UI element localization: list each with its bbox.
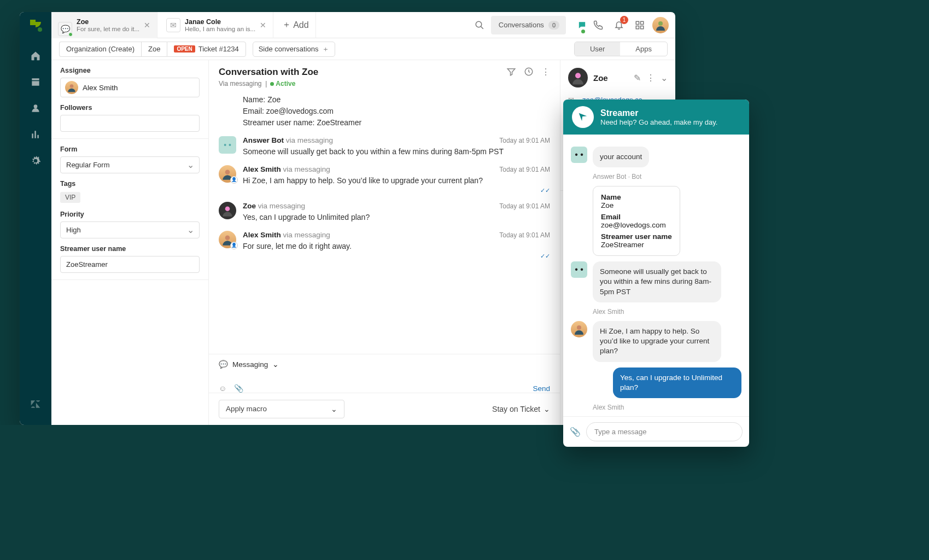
add-tab-button[interactable]: ＋Add	[276, 12, 315, 38]
avatar	[571, 321, 587, 337]
conversations-count: 0	[548, 21, 559, 30]
status-open-tag: OPEN	[174, 45, 195, 52]
product-logo	[30, 20, 41, 31]
ticket-fields-panel: Assignee Alex Smith Followers Form ⌄ Tag…	[51, 60, 209, 425]
nav-home-icon[interactable]	[25, 45, 46, 67]
topbar: 💬 ZoeFor sure, let me do it... ✕ ✉ Janae…	[51, 12, 675, 38]
avatar: 👤	[219, 231, 236, 248]
conversations-pill[interactable]: Conversations0	[491, 16, 566, 34]
streamer-username-input[interactable]	[60, 256, 200, 273]
info-card: NameZoe Emailzoe@lovedogs.com Streamer u…	[593, 186, 680, 256]
agent-badge-icon: 👤	[230, 242, 238, 249]
more-vert-icon[interactable]: ⋮	[541, 67, 550, 77]
search-icon[interactable]	[470, 16, 489, 34]
composer: 💬 Messaging ⌄ ☺ 📎 Send	[209, 354, 560, 393]
chat-widget: StreamerNeed help? Go ahead, make my day…	[563, 100, 749, 425]
composer-mode-label[interactable]: Messaging	[232, 360, 268, 369]
widget-header: StreamerNeed help? Go ahead, make my day…	[563, 100, 749, 135]
sender-label: Answer Bot · Bot	[593, 173, 741, 180]
history-icon[interactable]	[524, 67, 534, 77]
tab-zoe[interactable]: 💬 ZoeFor sure, let me do it... ✕	[51, 12, 157, 38]
chevron-down-icon: ⌄	[331, 405, 337, 413]
avatar	[568, 68, 588, 88]
emoji-icon[interactable]: ☺	[219, 384, 226, 393]
tab-user[interactable]: User	[575, 42, 620, 56]
message: 👤 Alex Smith via messagingToday at 9:01 …	[219, 165, 550, 195]
send-button[interactable]: Send	[533, 384, 550, 393]
apps-grid-icon[interactable]	[630, 16, 649, 34]
attach-icon[interactable]: 📎	[234, 384, 243, 393]
assignee-select[interactable]: Alex Smith	[60, 78, 200, 97]
chat-bubble-icon: 💬	[58, 22, 72, 36]
tab-janae[interactable]: ✉ Janae ColeHello, I am having an is... …	[160, 12, 273, 38]
nav-customers-icon[interactable]	[25, 97, 46, 119]
chevron-down-icon[interactable]: ⌄	[661, 73, 668, 83]
side-conv-label: Side conversations	[259, 45, 319, 53]
plus-icon: ＋	[322, 44, 329, 54]
phone-icon[interactable]	[589, 16, 607, 34]
widget-logo-icon	[572, 106, 594, 128]
close-icon[interactable]: ✕	[144, 21, 150, 30]
submit-dropdown[interactable]: Stay on Ticket⌄	[492, 400, 550, 418]
filter-icon[interactable]	[506, 67, 516, 77]
nav-views-icon[interactable]	[25, 71, 46, 93]
system-info-card: Name: Zoe Email: zoe@lovedogs.com Stream…	[243, 94, 550, 129]
chevron-down-icon[interactable]: ⌄	[272, 360, 279, 369]
read-checks-icon: ✓✓	[243, 253, 550, 260]
svg-point-9	[225, 207, 230, 212]
form-select[interactable]	[60, 156, 200, 173]
priority-label: Priority	[60, 211, 200, 218]
nav-admin-icon[interactable]	[25, 150, 46, 172]
crumb-ticket[interactable]: OPENTicket #1234	[167, 42, 246, 57]
message: Zoe via messagingToday at 9:01 AM Yes, c…	[219, 202, 550, 223]
tags-label: Tags	[60, 180, 200, 188]
svg-point-12	[577, 325, 581, 330]
more-vert-icon[interactable]: ⋮	[646, 73, 655, 83]
nav-reports-icon[interactable]	[25, 124, 46, 145]
assignee-label: Assignee	[60, 67, 200, 74]
chevron-down-icon: ⌄	[544, 405, 550, 413]
notif-badge: 1	[620, 16, 628, 24]
notifications-icon[interactable]: 1	[610, 16, 628, 34]
message: • • Answer Bot via messagingToday at 9:0…	[219, 136, 550, 158]
custom-field-label: Streamer user name	[60, 245, 200, 253]
svg-rect-2	[641, 21, 644, 24]
svg-point-10	[225, 235, 230, 240]
message: 👤 Alex Smith via messagingToday at 9:01 …	[219, 231, 550, 260]
followers-label: Followers	[60, 104, 200, 112]
tab-title: Zoe	[77, 18, 139, 26]
agent-badge-icon: 👤	[230, 176, 238, 184]
conversations-label: Conversations	[499, 21, 544, 29]
svg-point-8	[225, 170, 230, 174]
bot-avatar-icon: • •	[571, 147, 587, 163]
crumb-user[interactable]: Zoe	[141, 42, 167, 57]
svg-point-11	[575, 73, 581, 78]
svg-rect-3	[636, 26, 639, 28]
followers-input[interactable]	[60, 115, 200, 132]
svg-rect-4	[641, 26, 644, 28]
form-label: Form	[60, 145, 200, 153]
chat-bubble: your account	[593, 147, 649, 167]
svg-point-5	[658, 21, 663, 26]
conversation-panel: Conversation with Zoe Via messaging |Act…	[209, 60, 560, 425]
side-conversations-pill[interactable]: Side conversations＋	[253, 42, 335, 57]
active-dot-icon	[270, 82, 274, 86]
widget-message-input[interactable]: Type a message	[586, 422, 743, 425]
read-checks-icon: ✓✓	[243, 187, 550, 194]
edit-icon[interactable]: ✎	[634, 73, 641, 83]
macro-select[interactable]: Apply macro⌄	[219, 400, 344, 418]
assignee-name: Alex Smith	[83, 84, 118, 92]
profile-avatar[interactable]	[651, 16, 670, 34]
tab-title: Janae Cole	[185, 18, 255, 26]
tag-chip[interactable]: VIP	[60, 192, 80, 203]
widget-brand: Streamer	[600, 108, 717, 118]
tab-subtitle: Hello, I am having an is...	[185, 26, 255, 32]
active-label: Active	[276, 80, 295, 88]
tab-apps[interactable]: Apps	[620, 42, 667, 56]
close-icon[interactable]: ✕	[260, 21, 266, 30]
priority-select[interactable]	[60, 221, 200, 238]
bot-avatar-icon: • •	[219, 136, 236, 154]
chat-status-icon[interactable]	[568, 16, 587, 34]
avatar	[65, 81, 78, 94]
crumb-org[interactable]: Organization (Create)	[59, 42, 141, 57]
